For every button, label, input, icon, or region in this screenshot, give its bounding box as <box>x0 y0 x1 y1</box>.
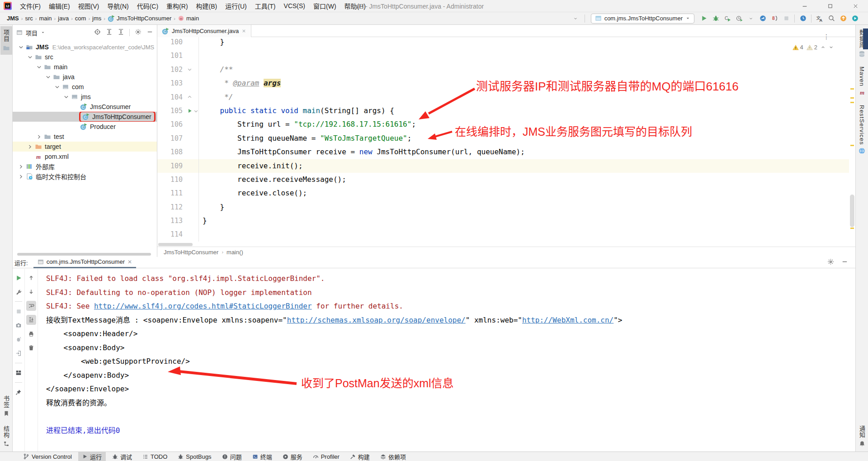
line-number[interactable]: 105 <box>157 104 186 118</box>
console-link[interactable]: http://WebXml.com.cn/ <box>522 316 613 324</box>
restore-layout-button[interactable] <box>14 368 24 378</box>
warning-stripe-mark[interactable] <box>850 88 854 90</box>
statusbar-调试[interactable]: 调试 <box>108 452 136 461</box>
breadcrumb-item-java[interactable]: java <box>57 15 70 22</box>
editor-hscrollbar[interactable] <box>158 243 193 246</box>
gutter[interactable] <box>186 159 199 173</box>
gutter[interactable] <box>186 214 199 228</box>
statusbar-终端[interactable]: 终端 <box>248 452 276 461</box>
scroll-to-end-button[interactable] <box>26 315 36 325</box>
debug-button[interactable] <box>710 13 722 24</box>
stripe-tab-restservices[interactable]: RestServices <box>856 102 868 157</box>
breadcrumb-class[interactable]: JmsToHttpConsumer <box>164 249 218 256</box>
line-number[interactable]: 107 <box>157 132 186 145</box>
line-number[interactable]: 104 <box>157 90 186 104</box>
tree-item-pom.xml[interactable]: mpom.xml <box>13 152 157 162</box>
exit-button[interactable] <box>14 348 24 358</box>
chevron-down-icon[interactable] <box>44 74 52 80</box>
breadcrumb-item-src[interactable]: src <box>24 15 34 22</box>
menu-f[interactable]: 文件(F) <box>16 0 45 12</box>
tree-item-临时文件和控制台[interactable]: 临时文件和控制台 <box>13 171 157 181</box>
stripe-tab-书签[interactable]: 书签 <box>0 392 12 420</box>
gutter[interactable] <box>186 132 199 145</box>
attach-profiler-button[interactable]: 8 <box>769 13 780 24</box>
tab-jmstohttpconsumer[interactable]: C JmsToHttpConsumer.java <box>157 25 251 37</box>
pin-button[interactable] <box>14 387 24 397</box>
line-number[interactable]: 113 <box>157 214 186 228</box>
run-coverage-button[interactable]: C <box>722 13 733 24</box>
edit-configuration-button[interactable] <box>14 287 24 297</box>
menu-w[interactable]: 窗口(W) <box>309 0 340 12</box>
clear-button[interactable] <box>26 343 36 353</box>
dump-threads-button[interactable] <box>14 320 24 330</box>
menu-n[interactable]: 导航(N) <box>103 0 132 12</box>
line-number[interactable]: 110 <box>157 173 186 186</box>
gutter[interactable] <box>186 186 199 200</box>
editor-more-icon[interactable]: ⋮ <box>823 33 830 40</box>
breadcrumb-item-main[interactable]: mmain <box>176 15 200 22</box>
options-button[interactable] <box>135 29 142 37</box>
run-configuration-select[interactable]: com.jms.JmsToHttpConsumer <box>591 14 694 24</box>
gutter[interactable] <box>186 37 199 49</box>
stripe-tab-结构[interactable]: 结构 <box>0 423 12 450</box>
line-number[interactable]: 106 <box>157 118 186 131</box>
code-area[interactable]: 100 }101102 /**103 * @param args104 */10… <box>157 37 849 247</box>
warning-stripe-mark[interactable] <box>850 97 854 99</box>
tree-item-jmsconsumer[interactable]: CJmsConsumer <box>13 102 157 112</box>
stop-button[interactable] <box>14 306 24 316</box>
line-number[interactable]: 100 <box>157 37 186 49</box>
ide-update-button[interactable] <box>837 13 849 24</box>
collapse-all-button[interactable] <box>118 29 124 37</box>
stop-button[interactable] <box>780 13 792 24</box>
line-number[interactable]: 102 <box>157 63 186 76</box>
menu-vcss[interactable]: VCS(S) <box>280 0 309 12</box>
console-output[interactable]: SLF4J: Failed to load class "org.slf4j.i… <box>38 269 855 451</box>
gutter[interactable] <box>186 104 199 118</box>
chevron-down-icon[interactable] <box>26 54 34 60</box>
profiler-dropdown-button[interactable] <box>745 13 757 24</box>
tree-item-jms[interactable]: JMSE:\idea_workspace\afcenter_code\JMS <box>13 42 157 52</box>
statusbar-todo[interactable]: TODO <box>138 452 171 461</box>
line-number[interactable]: 103 <box>157 76 186 90</box>
search-everywhere-button[interactable] <box>826 13 837 24</box>
statusbar-构建[interactable]: 构建 <box>346 452 374 461</box>
monitor-button[interactable] <box>757 13 769 24</box>
stripe-tab-通知[interactable]: 通知 <box>856 423 868 450</box>
statusbar-服务[interactable]: 服务 <box>278 452 307 461</box>
print-button[interactable] <box>26 329 36 339</box>
chevron-right-icon[interactable] <box>35 134 43 140</box>
console-link[interactable]: http://schemas.xmlsoap.org/soap/envelope… <box>287 316 466 324</box>
stripe-tab-maven[interactable]: Mavenm <box>856 63 868 99</box>
profiler-button[interactable] <box>733 13 745 24</box>
statusbar-spotbugs[interactable]: SpotBugs <box>174 452 215 461</box>
statusbar-运行[interactable]: 运行 <box>78 452 106 461</box>
tree-item-test[interactable]: test <box>13 132 157 142</box>
breadcrumb-item-com[interactable]: com <box>74 15 88 22</box>
gutter[interactable] <box>186 200 199 214</box>
stripe-tab-项目[interactable]: 项目 <box>0 26 12 55</box>
run-icon[interactable] <box>187 108 193 114</box>
breadcrumb-item-jmstohttpconsumer[interactable]: CJmsToHttpConsumer <box>106 15 173 22</box>
close-button[interactable] <box>843 0 868 12</box>
warning-stripe-mark[interactable] <box>850 102 854 103</box>
close-icon[interactable]: ✕ <box>127 259 132 265</box>
settings-button[interactable] <box>827 258 834 266</box>
prev-warning-icon[interactable] <box>821 45 826 50</box>
hide-button[interactable] <box>841 258 848 266</box>
line-number[interactable]: 101 <box>157 49 186 62</box>
line-number[interactable]: 108 <box>157 145 186 159</box>
tree-item-producer[interactable]: CProducer <box>13 122 157 132</box>
tree-item-main[interactable]: main <box>13 62 157 72</box>
warning-stripe-mark[interactable] <box>850 145 854 146</box>
gutter[interactable] <box>186 90 199 104</box>
updates-button[interactable] <box>797 13 809 24</box>
chevron-right-icon[interactable] <box>17 164 25 170</box>
translate-button[interactable]: 文A <box>814 13 826 24</box>
gutter[interactable] <box>186 173 199 186</box>
statusbar-依赖项[interactable]: 依赖项 <box>376 452 410 461</box>
minimize-button[interactable] <box>792 0 817 12</box>
gutter[interactable] <box>186 228 199 241</box>
gutter[interactable] <box>186 145 199 159</box>
gutter[interactable] <box>186 76 199 90</box>
chevron-down-icon[interactable] <box>62 94 70 100</box>
